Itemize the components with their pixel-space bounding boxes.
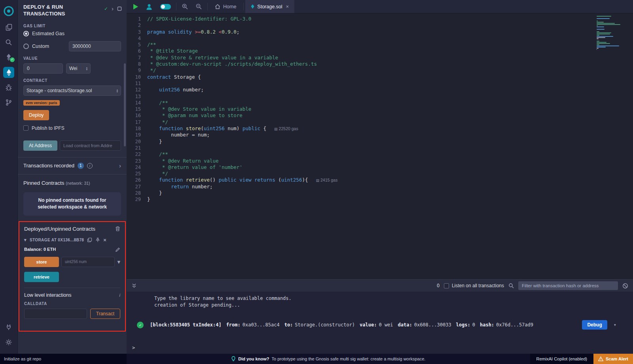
debugger-icon[interactable] <box>0 80 18 95</box>
low-level-interactions: Low level interactions i <box>19 288 125 298</box>
info-icon[interactable]: i <box>87 163 93 169</box>
pin-icon[interactable] <box>95 237 100 243</box>
run-script-button[interactable] <box>127 0 142 13</box>
terminal-output: Type the library name to see available c… <box>127 295 633 309</box>
info-icon[interactable]: i <box>119 293 120 298</box>
custom-gas-radio[interactable]: Custom <box>23 44 49 49</box>
deploy-run-icon[interactable] <box>0 65 18 80</box>
calldata-row: Transact <box>19 306 125 319</box>
chevron-down-icon[interactable]: ▾ <box>117 259 120 265</box>
deployed-contract-header[interactable]: ▾ STORAGE AT 0X136...8B78 × <box>19 232 125 243</box>
scam-alert-button[interactable]: Scam Alert <box>593 354 633 364</box>
git-icon[interactable] <box>0 95 18 110</box>
chevron-down-icon[interactable]: ▾ <box>24 238 27 242</box>
close-tab-icon[interactable]: × <box>286 4 289 9</box>
stepper-icon: ▴▾ <box>117 89 118 93</box>
balance-row: Balance: 0 ETH <box>19 243 125 252</box>
calldata-input[interactable] <box>24 309 87 319</box>
contract-label: CONTRACT <box>23 78 121 83</box>
transact-button[interactable]: Transact <box>90 309 120 319</box>
main-area: Home Storage.sol × 123456789101112131415… <box>127 0 633 354</box>
custom-gas-input[interactable] <box>69 41 121 51</box>
transaction-log-row[interactable]: ✓ [block:5583405 txIndex:4]from:0xa03...… <box>127 318 633 332</box>
pinned-empty-message: No pinned contracts found for selected w… <box>23 192 121 216</box>
debug-button[interactable]: Debug <box>582 320 607 330</box>
ai-assistant-icon[interactable] <box>142 0 157 13</box>
copilot-toggle[interactable] <box>157 0 174 13</box>
activity-bar: ✓ <box>0 0 18 354</box>
remix-app: ✓ <box>0 0 633 354</box>
pin-panel-icon[interactable] <box>117 6 122 11</box>
tab-storage-sol[interactable]: Storage.sol × <box>245 0 294 13</box>
calldata-label: CALLDATA <box>19 298 125 306</box>
divider <box>243 3 244 10</box>
divider <box>176 3 176 10</box>
at-address-row: At Address <box>23 140 121 151</box>
gas-limit-label: GAS LIMIT <box>23 24 121 28</box>
toggle-icon <box>160 4 171 9</box>
zoom-out-icon[interactable] <box>192 0 206 13</box>
transactions-recorded-row[interactable]: Transactions recorded 1 i › <box>18 157 127 174</box>
terminal-content[interactable]: Type the library name to see available c… <box>127 292 633 354</box>
tx-text: [block:5583405 txIndex:4]from:0xa03...85… <box>150 322 576 328</box>
search-icon[interactable] <box>508 283 514 288</box>
radio-icon <box>23 44 29 49</box>
code-editor[interactable]: 1234567891011121314151617181920212223242… <box>127 13 633 279</box>
retrieve-button[interactable]: retrieve <box>24 272 59 282</box>
deploy-button[interactable]: Deploy <box>23 110 49 120</box>
terminal-prompt[interactable]: > <box>132 345 135 351</box>
solidity-file-icon <box>251 4 254 9</box>
store-function-row: store ▾ <box>24 257 120 267</box>
git-init-button[interactable]: Initialize as git repo <box>0 354 127 364</box>
divider <box>207 3 208 10</box>
tab-home[interactable]: Home <box>209 0 242 13</box>
settings-icon[interactable] <box>0 335 18 350</box>
file-explorer-icon[interactable] <box>0 20 18 35</box>
compile-success-badge: ✓ <box>10 57 15 62</box>
editor-gutter[interactable]: 1234567891011121314151617181920212223242… <box>127 16 147 279</box>
checkbox-icon <box>23 125 28 131</box>
minimap[interactable] <box>597 16 625 50</box>
estimated-gas-radio[interactable]: Estimated Gas <box>23 31 121 36</box>
value-unit-select[interactable]: Wei ▴▾ <box>66 63 91 74</box>
trash-icon[interactable] <box>115 226 120 231</box>
at-address-button[interactable]: At Address <box>23 140 57 151</box>
store-args-input[interactable] <box>61 257 115 267</box>
clear-console-icon[interactable] <box>622 283 628 289</box>
copy-icon[interactable] <box>87 237 92 243</box>
close-icon[interactable]: × <box>103 237 106 243</box>
terminal-filter-input[interactable] <box>518 281 618 290</box>
panel-title: DEPLOY & RUN TRANSACTIONS <box>23 4 65 17</box>
value-label: VALUE <box>23 56 121 61</box>
value-input[interactable] <box>23 63 63 74</box>
chevron-right-icon[interactable]: › <box>112 6 114 11</box>
chevron-right-icon[interactable]: › <box>119 163 121 169</box>
zoom-in-icon[interactable] <box>178 0 192 13</box>
store-button[interactable]: store <box>24 257 59 267</box>
annotation-highlight: Deployed/Unpinned Contracts ▾ STORAGE AT… <box>19 221 126 332</box>
radio-selected-icon <box>23 31 29 36</box>
edit-icon[interactable] <box>115 247 120 252</box>
expand-terminal-icon[interactable] <box>131 283 137 288</box>
tx-count-badge: 1 <box>78 163 84 169</box>
deploy-run-panel: DEPLOY & RUN TRANSACTIONS ✓ › GAS LIMIT … <box>18 0 127 354</box>
check-icon: ✓ <box>104 6 108 11</box>
publish-ipfs-checkbox[interactable]: Publish to IPFS <box>23 125 121 131</box>
plugin-manager-icon[interactable] <box>0 320 18 335</box>
at-address-input[interactable] <box>60 140 121 151</box>
checkbox-icon <box>444 283 449 288</box>
search-icon[interactable] <box>0 35 18 50</box>
success-check-icon: ✓ <box>137 322 144 328</box>
listen-all-checkbox[interactable]: Listen on all transactions <box>444 283 504 288</box>
code-lines[interactable]: // SPDX-License-Identifier: GPL-3.0pragm… <box>147 16 633 279</box>
contract-select[interactable]: Storage - contracts/Storage.sol ▴▾ <box>23 85 121 96</box>
chevron-down-icon[interactable]: ▾ <box>614 322 616 328</box>
pinned-contracts-title: Pinned Contracts (network: 31) <box>18 174 127 186</box>
panel-scrollbar[interactable] <box>124 63 126 146</box>
retrieve-function-row: retrieve <box>24 272 120 282</box>
solidity-compiler-icon[interactable]: ✓ <box>0 50 18 65</box>
warning-icon <box>598 356 603 361</box>
home-icon <box>215 4 220 9</box>
remix-logo[interactable] <box>0 2 18 20</box>
copilot-status[interactable]: RemixAI Copilot (enabled) <box>530 354 593 364</box>
